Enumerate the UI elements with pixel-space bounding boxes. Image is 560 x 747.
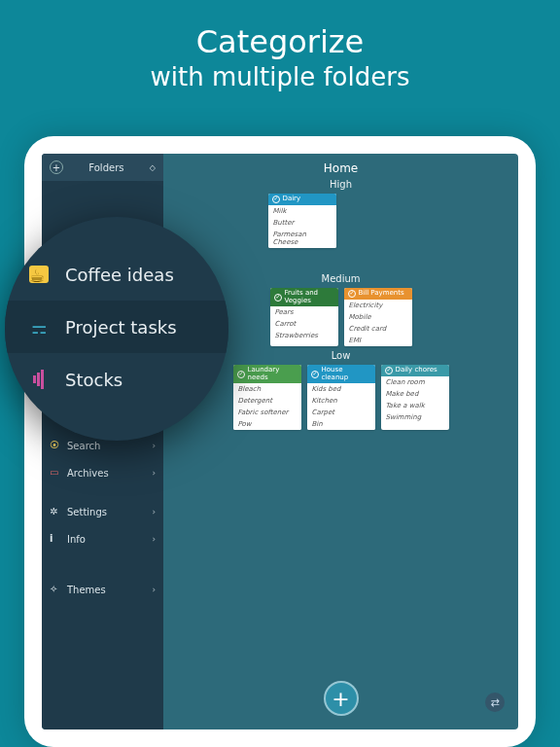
info-icon: i bbox=[50, 533, 61, 545]
section-medium: Medium bbox=[171, 273, 510, 284]
swap-button[interactable]: ⇄ bbox=[485, 693, 505, 712]
search-icon: ⦿ bbox=[50, 440, 61, 451]
card-cleanup[interactable]: House cleanup Kids bed Kitchen Carpet Bi… bbox=[307, 365, 375, 430]
check-icon bbox=[272, 196, 280, 203]
section-high: High bbox=[171, 179, 510, 190]
chevron-right-icon: › bbox=[152, 441, 156, 450]
check-icon bbox=[348, 290, 356, 298]
themes-icon: ✧ bbox=[50, 584, 61, 595]
folders-header[interactable]: + Folders ◇ bbox=[42, 154, 163, 181]
hero-subtitle: with multiple folders bbox=[0, 62, 560, 91]
gear-icon: ✲ bbox=[50, 506, 61, 517]
sidebar-archives[interactable]: ▭ Archives › bbox=[42, 459, 163, 486]
folder-stocks[interactable]: Stocks bbox=[5, 353, 228, 406]
hero-text: Categorize with multiple folders bbox=[0, 0, 560, 91]
card-dairy[interactable]: Dairy Milk Butter Parmesan Cheese bbox=[268, 194, 336, 248]
folder-project-tasks[interactable]: ⚎ Project tasks bbox=[5, 301, 228, 353]
card-fruits[interactable]: Fruits and Veggies Pears Carrot Strawber… bbox=[270, 288, 338, 346]
sidebar-themes[interactable]: ✧ Themes › bbox=[42, 576, 163, 603]
add-folder-icon[interactable]: + bbox=[50, 160, 63, 174]
archive-icon: ▭ bbox=[50, 467, 61, 479]
sidebar-settings[interactable]: ✲ Settings › bbox=[42, 498, 163, 525]
card-laundry[interactable]: Laundary needs Bleach Detergent Fabric s… bbox=[233, 365, 301, 430]
coffee-icon: ☕ bbox=[26, 262, 52, 287]
sidebar-info[interactable]: i Info › bbox=[42, 525, 163, 552]
chevron-right-icon: › bbox=[152, 507, 156, 516]
check-icon bbox=[274, 294, 282, 302]
add-button[interactable]: + bbox=[324, 681, 359, 716]
chevron-right-icon: › bbox=[152, 468, 156, 478]
board: Home High Dairy Milk Butter Parmesan Che… bbox=[163, 154, 518, 729]
sort-icon[interactable]: ◇ bbox=[150, 163, 156, 172]
check-icon bbox=[237, 371, 245, 378]
card-bills[interactable]: Bill Payments Electricity Mobile Credit … bbox=[344, 288, 412, 346]
chevron-right-icon: › bbox=[152, 534, 156, 544]
folders-label: Folders bbox=[88, 162, 123, 173]
check-icon bbox=[385, 367, 393, 374]
chart-icon bbox=[26, 367, 52, 392]
board-title: Home bbox=[171, 161, 510, 175]
card-chores[interactable]: Daily chores Clean room Make bed Take a … bbox=[381, 365, 449, 430]
hero-title: Categorize bbox=[0, 23, 560, 60]
folder-coffee-ideas[interactable]: ☕ Coffee ideas bbox=[5, 248, 228, 301]
magnifier-overlay: ☕ Coffee ideas ⚎ Project tasks Stocks bbox=[5, 217, 228, 441]
check-icon bbox=[311, 371, 319, 378]
tasks-icon: ⚎ bbox=[26, 314, 52, 339]
chevron-right-icon: › bbox=[152, 585, 156, 594]
